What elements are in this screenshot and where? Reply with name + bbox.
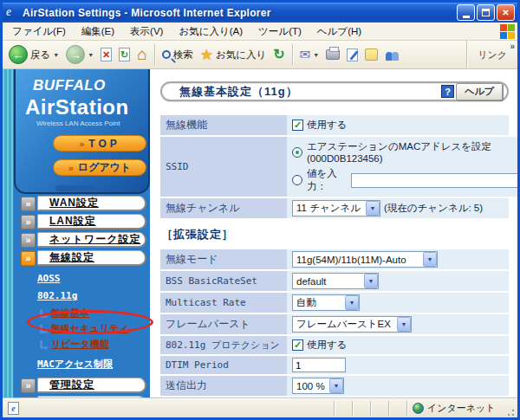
- home-button[interactable]: ⌂: [134, 45, 149, 64]
- sublink-wireless-basic[interactable]: 無線基本: [40, 307, 150, 318]
- link-mac-restriction[interactable]: MACアクセス制限: [37, 358, 150, 371]
- wireless-mode-select[interactable]: 11g(54M)/11b(11M)-Auto ▼: [292, 251, 438, 268]
- settings-main: 無線基本設定（11g） ? ヘルプ 無線機能 ✓ 使用する SSID: [150, 69, 517, 397]
- ssid-manual-radio[interactable]: [292, 175, 302, 185]
- sidebar-item-lan[interactable]: » LAN設定: [21, 214, 150, 229]
- discuss-icon: [365, 48, 378, 61]
- close-icon: ✕: [502, 8, 509, 17]
- sidebar-item-wan[interactable]: » WAN設定: [21, 196, 150, 211]
- discuss-button[interactable]: [362, 47, 380, 62]
- sublink-label: リピータ機能: [51, 339, 109, 349]
- tx-power-select[interactable]: 100 % ▼: [292, 378, 344, 394]
- select-arrow-icon: ▼: [329, 378, 343, 393]
- chevron-icon: »: [21, 215, 36, 229]
- document-icon: e: [8, 402, 19, 415]
- print-button[interactable]: [323, 48, 342, 61]
- top-button[interactable]: » TOP: [53, 135, 146, 152]
- resize-grip[interactable]: [505, 407, 516, 417]
- logout-button[interactable]: » ログアウト: [53, 159, 146, 176]
- select-arrow-icon: ▼: [345, 295, 359, 310]
- sublink-label: 無線基本: [51, 307, 89, 318]
- menu-favorites[interactable]: お気に入り(A): [171, 23, 250, 40]
- menu-help[interactable]: ヘルプ(H): [309, 23, 369, 40]
- sidebar-item-network[interactable]: » ネットワーク設定: [21, 232, 150, 248]
- chevron-icon: »: [68, 163, 74, 173]
- frameburst-select[interactable]: フレームバーストEX ▼: [292, 316, 412, 333]
- wireless-function-checkbox[interactable]: ✓: [292, 120, 303, 131]
- maximize-button[interactable]: [477, 4, 495, 21]
- minimize-button[interactable]: [457, 4, 475, 21]
- favorites-button[interactable]: ★ お気に入り: [198, 46, 270, 64]
- mail-button[interactable]: ✉ ▼: [297, 47, 322, 62]
- row-label: 送信出力: [160, 376, 287, 396]
- checkbox-label: 使用する: [307, 119, 348, 132]
- sidebar-item-wireless[interactable]: » 無線設定: [21, 250, 150, 266]
- sublink-repeater[interactable]: リピータ機能: [40, 339, 150, 349]
- row-label: DTIM Period: [160, 356, 287, 374]
- advanced-settings-heading: ［拡張設定］: [161, 227, 510, 242]
- search-label: 検索: [173, 48, 193, 61]
- help-question-icon[interactable]: ?: [441, 85, 454, 98]
- bss-basicrateset-select[interactable]: default ▼: [292, 273, 379, 289]
- zone-label: インターネット: [427, 402, 496, 415]
- search-button[interactable]: 検索: [159, 47, 196, 63]
- dtim-period-input[interactable]: [292, 358, 346, 372]
- sidebar-item-label: LAN設定: [49, 214, 96, 229]
- advanced-settings-table: 無線モード 11g(54M)/11b(11M)-Auto ▼ BSS Basic…: [160, 249, 509, 396]
- menu-tools[interactable]: ツール(T): [250, 23, 309, 40]
- sidebar-item-admin[interactable]: » 管理設定: [21, 378, 150, 393]
- sidebar-item-diagnostics[interactable]: » 機器診断: [21, 396, 150, 397]
- close-button[interactable]: ✕: [497, 4, 515, 21]
- messenger-button[interactable]: [382, 47, 402, 62]
- table-row-wireless-function: 無線機能 ✓ 使用する: [160, 115, 509, 135]
- ssid-input[interactable]: [351, 173, 517, 188]
- window-title: AirStation Settings - Microsoft Internet…: [23, 7, 457, 19]
- menu-view[interactable]: 表示(V): [122, 23, 171, 40]
- back-button[interactable]: ← 戻る ▼: [6, 43, 62, 66]
- edit-button[interactable]: [344, 47, 361, 63]
- multicast-rate-select[interactable]: 自動 ▼: [292, 294, 360, 311]
- menu-edit[interactable]: 編集(E): [74, 23, 122, 40]
- links-chevron-icon[interactable]: »: [510, 42, 515, 51]
- link-802-11g[interactable]: 802.11g: [37, 290, 150, 301]
- ssid-mac-radio[interactable]: [292, 147, 302, 158]
- bss-select-value: default: [296, 276, 327, 287]
- chevron-icon-active: »: [21, 251, 36, 266]
- status-pane: [334, 401, 352, 416]
- row-label: Multicast Rate: [160, 293, 287, 313]
- link-aoss[interactable]: AOSS: [37, 273, 150, 284]
- browser-toolbar: ← 戻る ▼ → ▼ ✕ ↻ ⌂ 検索 ★ お気に入り ↻ ✉: [3, 41, 517, 69]
- history-icon: ↻: [273, 48, 284, 61]
- links-bar[interactable]: リンク: [466, 41, 514, 68]
- security-zone-pane: インターネット: [406, 401, 504, 416]
- channel-select[interactable]: 11 チャンネル ▼: [292, 200, 380, 216]
- row-label: SSID: [160, 137, 287, 197]
- basic-settings-table: 無線機能 ✓ 使用する SSID エアステーションのMACアドレスを設定(000…: [160, 115, 509, 218]
- row-label: フレームバースト: [160, 314, 287, 334]
- select-arrow-icon: ▼: [397, 317, 411, 332]
- sidebar: BUFFALO AirStation Wireless LAN Access P…: [3, 69, 150, 397]
- refresh-button[interactable]: ↻: [116, 46, 133, 63]
- toolbar-separator: [154, 44, 155, 65]
- history-button[interactable]: ↻: [270, 46, 287, 63]
- title-bar: e AirStation Settings - Microsoft Intern…: [3, 3, 517, 23]
- row-label: 無線チャンネル: [160, 198, 287, 218]
- sidebar-item-label: 機器診断: [49, 396, 94, 397]
- forward-button[interactable]: → ▼: [63, 43, 96, 66]
- page-content: BUFFALO AirStation Wireless LAN Access P…: [3, 69, 517, 397]
- menu-file[interactable]: ファイル(F): [4, 23, 74, 40]
- back-icon: ←: [9, 45, 28, 64]
- airstation-logo: AirStation: [25, 95, 148, 120]
- favorites-star-icon: ★: [200, 48, 213, 62]
- table-row-wireless-mode: 無線モード 11g(54M)/11b(11M)-Auto ▼: [160, 249, 509, 269]
- sidebar-item-label: 無線設定: [49, 250, 94, 265]
- help-button[interactable]: ヘルプ: [456, 83, 503, 100]
- stop-button[interactable]: ✕: [98, 46, 114, 63]
- logo-panel: BUFFALO AirStation Wireless LAN Access P…: [14, 69, 150, 194]
- protection-checkbox[interactable]: ✓: [292, 339, 303, 351]
- status-bar: e インターネット: [3, 397, 517, 417]
- table-row-ssid: SSID エアステーションのMACアドレスを設定(000D0B123456) 値…: [160, 137, 509, 197]
- status-pane: [370, 401, 388, 416]
- row-label: 無線機能: [160, 115, 287, 135]
- sublink-wireless-security[interactable]: 無線セキュリティ: [40, 323, 150, 333]
